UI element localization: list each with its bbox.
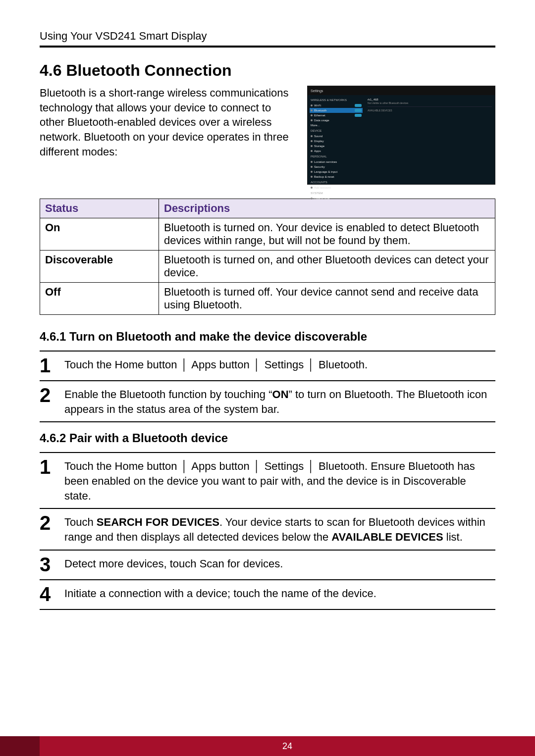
step-number: 3 (40, 554, 64, 574)
text-part: Touch (64, 516, 97, 528)
sb-item-location[interactable]: Location services (310, 159, 363, 164)
location-icon (311, 161, 313, 163)
steps-461: 1 Touch the Home button │ Apps button │ … (40, 351, 495, 422)
sb-item-bluetooth[interactable]: Bluetooth (310, 108, 363, 113)
sb-header-device: DEVICE (311, 129, 362, 132)
step-row: 1 Touch the Home button │ Apps button │ … (40, 352, 495, 381)
table-row: On Bluetooth is turned on. Your device i… (40, 218, 495, 251)
text-part: Enable the Bluetooth function by touchin… (64, 388, 272, 401)
running-header: Using Your VSD241 Smart Display (40, 30, 495, 43)
sb-item-more[interactable]: More... (310, 123, 363, 128)
sb-header-personal: PERSONAL (311, 155, 362, 158)
backup-icon (311, 176, 313, 178)
sb-item-storage[interactable]: Storage (310, 144, 363, 149)
shield-icon (311, 166, 313, 168)
step-row: 2 Enable the Bluetooth function by touch… (40, 381, 495, 422)
sb-label: Location services (314, 160, 337, 163)
intro-row: Bluetooth is a short-range wireless comm… (40, 86, 495, 185)
content-separator (368, 106, 492, 107)
sb-item-sound[interactable]: Sound (310, 134, 363, 139)
th-desc: Descriptions (159, 199, 495, 218)
section-title: 4.6 Bluetooth Connection (40, 61, 495, 80)
text-part: Touch the Home button (64, 358, 180, 371)
screenshot-topbar: Settings (308, 86, 495, 95)
sb-item-backup[interactable]: Backup & reset (310, 174, 363, 179)
sb-item-display[interactable]: Display (310, 139, 363, 144)
cell-desc: Bluetooth is turned on, and other Blueto… (159, 251, 495, 283)
th-status: Status (40, 199, 159, 218)
sb-label: Language & input (314, 170, 337, 173)
step-text: Enable the Bluetooth function by touchin… (64, 384, 495, 416)
sb-item-datausage[interactable]: Data usage (310, 118, 363, 123)
sb-label: Wi-Fi (314, 104, 321, 107)
cell-status: On (40, 218, 159, 251)
table-row: Discoverable Bluetooth is turned on, and… (40, 251, 495, 283)
footer-accent (0, 736, 40, 756)
text-part: Touch the Home button (64, 460, 180, 472)
header-rule (40, 46, 495, 48)
toggle-icon[interactable] (355, 104, 362, 107)
sb-item-apps[interactable]: Apps (310, 149, 363, 153)
status-table: Status Descriptions On Bluetooth is turn… (40, 199, 495, 315)
text-part: list. (443, 531, 463, 543)
display-icon (311, 140, 313, 142)
ethernet-icon (311, 114, 313, 116)
sb-label: Ethernet (314, 114, 325, 117)
sb-item-ethernet[interactable]: Ethernet (310, 113, 363, 118)
sb-item-wifi[interactable]: Wi-Fi (310, 103, 363, 108)
sb-header-wireless: WIRELESS & NETWORKS (311, 99, 362, 101)
data-icon (311, 119, 313, 121)
step-text: Touch the Home button │ Apps button │ Se… (64, 456, 495, 503)
sb-label: Data usage (314, 119, 329, 122)
sb-label: Security (314, 165, 325, 168)
cell-status: Discoverable (40, 251, 159, 283)
sb-item-language[interactable]: Language & input (310, 169, 363, 174)
bold-search: SEARCH FOR DEVICES (97, 516, 219, 528)
separator: │ (307, 358, 316, 371)
sb-header-accounts: ACCOUNTS (311, 181, 362, 184)
step-number: 2 (40, 512, 64, 533)
sb-header-system: SYSTEM (311, 192, 362, 195)
device-sub: Not visible to other Bluetooth devices (368, 101, 492, 104)
apps-icon (311, 150, 313, 152)
text-part: Bluetooth. (316, 358, 368, 371)
step-row: 1 Touch the Home button │ Apps button │ … (40, 453, 495, 509)
bold-available: AVAILABLE DEVICES (331, 531, 443, 543)
toggle-icon[interactable] (355, 109, 362, 112)
sb-item-security[interactable]: Security (310, 164, 363, 169)
text-part: Settings (262, 358, 307, 371)
step-number: 2 (40, 384, 64, 405)
sb-item-addaccount[interactable]: Add account (310, 185, 363, 190)
text-part: Settings (262, 460, 307, 472)
page-footer: 24 (0, 736, 535, 756)
subsection-title-461: 4.6.1 Turn on Bluetooth and make the dev… (40, 330, 495, 344)
cell-status: Off (40, 283, 159, 315)
sb-label: Backup & reset (314, 175, 334, 178)
separator: │ (180, 358, 189, 371)
document-page: Using Your VSD241 Smart Display 4.6 Blue… (0, 0, 535, 756)
intro-text: Bluetooth is a short-range wireless comm… (40, 86, 297, 185)
step-text: Touch the Home button │ Apps button │ Se… (64, 354, 368, 372)
wifi-icon (311, 104, 313, 106)
bold-on: ON (272, 388, 289, 401)
toggle-icon[interactable] (355, 114, 362, 117)
available-devices-label: AVAILABLE DEVICES (368, 109, 492, 112)
step-row: 4 Initiate a connection with a device; t… (40, 580, 495, 610)
step-text: Initiate a connection with a device; tou… (64, 583, 376, 601)
separator: │ (253, 460, 262, 472)
sb-label: Display (314, 140, 324, 143)
step-number: 1 (40, 354, 64, 375)
step-row: 2 Touch SEARCH FOR DEVICES. Your device … (40, 509, 495, 550)
sb-label: Storage (314, 145, 324, 148)
sb-item-datetime[interactable]: Date & time (310, 196, 363, 201)
screenshot-sidebar: WIRELESS & NETWORKS Wi-Fi Bluetooth Ethe… (308, 95, 365, 185)
device-name[interactable]: rk1_468 (368, 98, 492, 101)
step-number: 1 (40, 456, 64, 477)
separator: │ (180, 460, 189, 472)
separator: │ (253, 358, 262, 371)
sb-label: Date & time (314, 197, 329, 200)
sb-label: More... (311, 124, 320, 127)
cell-desc: Bluetooth is turned off. Your device can… (159, 283, 495, 315)
subsection-title-462: 4.6.2 Pair with a Bluetooth device (40, 431, 495, 445)
storage-icon (311, 145, 313, 147)
